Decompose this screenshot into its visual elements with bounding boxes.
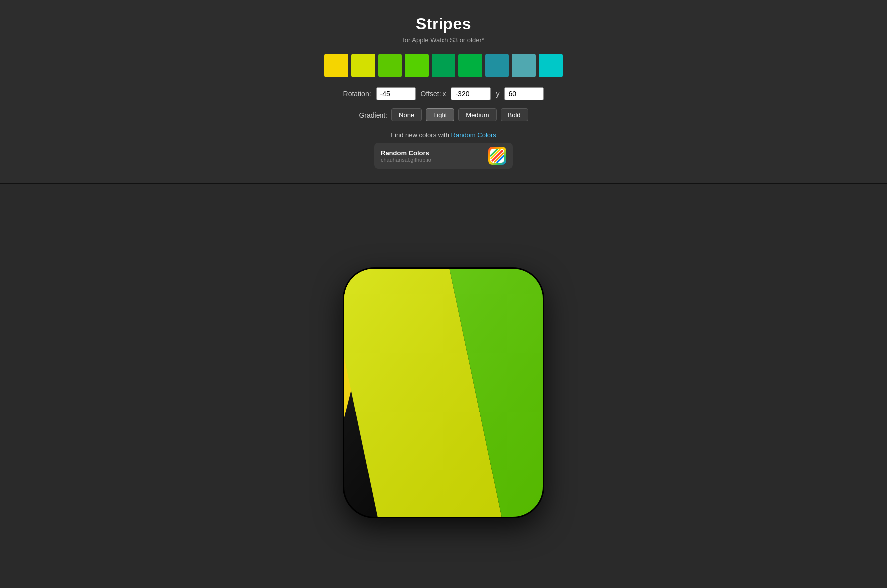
color-swatch-1[interactable] (324, 54, 348, 77)
color-swatch-4[interactable] (405, 54, 429, 77)
color-swatch-5[interactable] (432, 54, 455, 77)
rotation-input[interactable] (376, 87, 416, 100)
random-colors-app-icon (488, 147, 506, 165)
stripes-display (344, 269, 543, 517)
gradient-btn-light[interactable]: Light (426, 108, 454, 121)
app-subtitle: for Apple Watch S3 or older* (403, 36, 484, 44)
find-colors-text: Find new colors with Random Colors (391, 131, 496, 139)
controls-row: Rotation: Offset: x y (343, 87, 544, 100)
gradient-label: Gradient: (359, 111, 387, 119)
color-swatch-9[interactable] (539, 54, 563, 77)
color-swatch-2[interactable] (351, 54, 375, 77)
top-panel: Stripes for Apple Watch S3 or older* Rot… (0, 0, 887, 184)
gradient-row: Gradient: NoneLightMediumBold (359, 108, 528, 121)
gradient-btn-none[interactable]: None (391, 108, 422, 121)
random-colors-url: chauhansal.github.io (381, 157, 482, 163)
bottom-panel (0, 184, 887, 588)
color-swatch-6[interactable] (458, 54, 482, 77)
offset-label: Offset: x (421, 90, 446, 98)
watch-face-preview (344, 269, 543, 517)
svg-rect-12 (344, 269, 543, 517)
color-swatch-3[interactable] (378, 54, 402, 77)
color-swatch-8[interactable] (512, 54, 536, 77)
stripes-svg (344, 269, 543, 517)
app-title: Stripes (416, 15, 471, 33)
offset-y-input[interactable] (504, 87, 544, 100)
random-colors-name: Random Colors (381, 149, 482, 157)
gradient-btn-bold[interactable]: Bold (501, 108, 528, 121)
offset-x-input[interactable] (451, 87, 491, 100)
random-colors-info: Random Colors chauhansal.github.io (381, 149, 482, 163)
random-colors-card[interactable]: Random Colors chauhansal.github.io (374, 143, 513, 169)
color-swatches-row (324, 54, 563, 77)
gradient-btn-medium[interactable]: Medium (458, 108, 496, 121)
random-colors-link[interactable]: Random Colors (451, 131, 496, 139)
color-swatch-7[interactable] (485, 54, 509, 77)
offset-y-label: y (496, 90, 499, 98)
rotation-label: Rotation: (343, 90, 371, 98)
